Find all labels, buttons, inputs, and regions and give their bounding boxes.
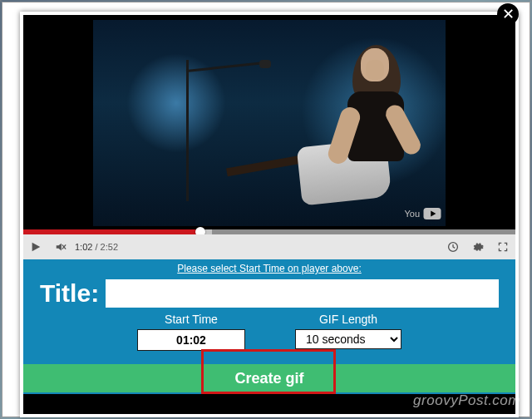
fields-row: Start Time GIF Length 5 seconds10 second… [23,313,515,351]
volume-muted-icon [55,241,66,253]
create-gif-label: Create gif [234,370,303,387]
clock-icon [447,241,459,253]
start-time-label: Start Time [165,313,218,326]
youtube-label: You [404,209,420,219]
video-controls: 1:02 / 2:52 [23,234,515,259]
play-button[interactable] [23,234,48,259]
gif-length-select[interactable]: 5 seconds10 seconds15 seconds [295,329,401,349]
mic-head [259,60,271,68]
current-time: 1:02 [75,242,92,252]
title-row: Title: [23,274,515,309]
play-icon [30,241,42,253]
watch-later-button[interactable] [441,234,466,259]
video-stage: You 1:02 / 2:52 [23,15,515,246]
total-time: 2:52 [101,242,118,252]
start-time-input[interactable] [137,329,245,351]
gif-length-label: GIF Length [319,313,377,326]
video-frame[interactable] [93,20,446,226]
instruction-text: Please select Start Time on player above… [23,259,515,274]
guitarist-figure [324,48,424,206]
youtube-watermark[interactable]: You [404,208,442,219]
title-input[interactable] [106,279,499,308]
time-display: 1:02 / 2:52 [75,242,118,252]
title-label: Title: [40,279,99,308]
gif-creator-modal: You 1:02 / 2:52 [20,12,519,417]
mic-stand [186,60,189,201]
fullscreen-button[interactable] [490,234,515,259]
gif-length-field: GIF Length 5 seconds10 seconds15 seconds [295,313,401,351]
mute-button[interactable] [48,234,73,259]
fullscreen-icon [497,241,509,253]
close-button[interactable]: ✕ [497,3,519,25]
youtube-icon [422,208,442,219]
close-icon: ✕ [502,5,515,23]
settings-button[interactable] [466,234,490,259]
start-time-field: Start Time [137,313,245,351]
gear-icon [472,241,484,253]
create-gif-button[interactable]: Create gif [23,364,515,392]
form-panel: Please select Start Time on player above… [23,259,515,394]
